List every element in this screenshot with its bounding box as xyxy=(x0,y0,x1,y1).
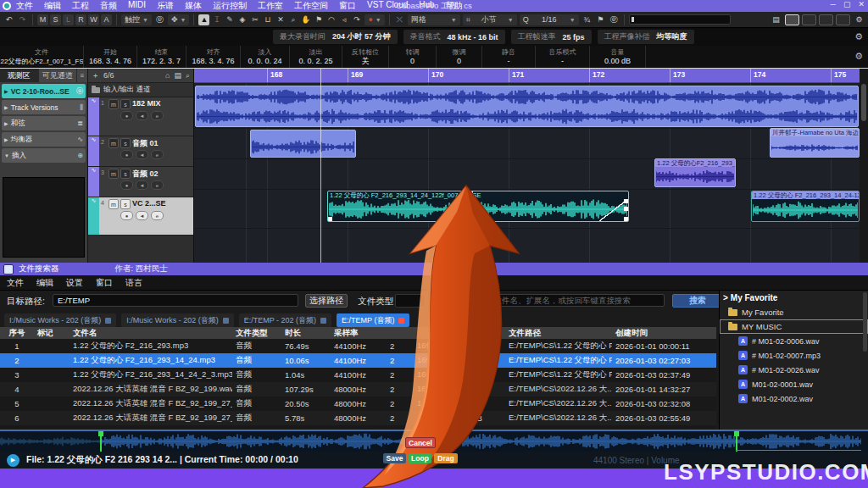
loop-button[interactable]: Loop xyxy=(409,453,431,463)
tab-close-icon[interactable] xyxy=(398,318,404,324)
menu-1[interactable]: 编辑 xyxy=(44,0,61,12)
audio-clip-track3[interactable]: 1.22 父母的心F2_216_293_1 xyxy=(654,158,736,187)
automation-mode-dropdown[interactable]: 触控▼ xyxy=(121,14,152,25)
tool-curve-icon[interactable]: ◠ xyxy=(326,14,337,25)
track-row-vc-2...se[interactable]: ∿4msVC 2...SE●◄e xyxy=(88,197,193,236)
inspector-track-header[interactable]: ▶ VC 2-10-Roo...SE ⓔ xyxy=(2,84,86,98)
track-row-182-mix[interactable]: ∿1ms182 MIX●◄e xyxy=(88,97,193,136)
toolbar-letter-a[interactable]: A xyxy=(101,14,112,25)
record-enable-icon[interactable]: ● xyxy=(120,211,133,220)
home-icon[interactable]: ⌂ xyxy=(165,71,170,80)
table-row[interactable]: 52022.12.26 大话英雄 混音 F BZ_92_199_27_4...音… xyxy=(0,396,716,411)
favorites-file[interactable]: AM01-02-0001.wav xyxy=(720,377,868,391)
edit-channel-icon[interactable]: e xyxy=(151,111,164,120)
track-row-音频-01[interactable]: ∿2ms音频 01●◄e xyxy=(88,136,193,167)
searcher-menu-3[interactable]: 窗口 xyxy=(96,277,113,289)
autoscroll-button[interactable]: ✥▼ xyxy=(168,14,189,25)
tab-visibility[interactable]: 可见通道 xyxy=(39,69,78,82)
menu-7[interactable]: 运行控制 xyxy=(213,0,247,12)
audio-clip-182mix[interactable] xyxy=(195,86,859,127)
menu-5[interactable]: 乐谱 xyxy=(157,0,174,12)
tool-erase-icon[interactable]: ◈ xyxy=(236,14,248,25)
mute-button[interactable]: m xyxy=(108,199,119,209)
project-playhead-cursor[interactable] xyxy=(320,69,321,263)
play-icon[interactable]: ▶ xyxy=(7,454,19,467)
monitor-icon[interactable]: ◄ xyxy=(136,111,148,120)
info-field-4[interactable]: 淡入0. 0. 0. 24 xyxy=(241,46,290,68)
table-row[interactable]: 31.22 父母的心 F2_216_293_14_24_2_3.mp3音频1.0… xyxy=(0,368,716,382)
track-row-音频-02[interactable]: ∿3ms音频 02●◄e xyxy=(88,167,193,197)
quantize-edit-icon[interactable]: ⓔ xyxy=(609,14,620,25)
inspector-section-2[interactable]: ▶均衡器∿ xyxy=(2,132,86,147)
favorites-folder[interactable]: MY MUSIC xyxy=(720,319,868,334)
solo-button[interactable]: s xyxy=(120,199,131,209)
record-enable-icon[interactable]: ● xyxy=(120,180,133,190)
info-field-1[interactable]: 开始168. 3. 4. 76 xyxy=(84,46,137,68)
info-field-10[interactable]: 音乐模式- xyxy=(536,46,590,68)
audio-clip-track2[interactable] xyxy=(250,130,356,158)
track-list-icon[interactable]: ▤ xyxy=(174,71,181,80)
favorites-header[interactable]: > My Favorite xyxy=(720,291,868,305)
tab-close-icon[interactable] xyxy=(223,318,229,324)
onscreen-keyboard-icon[interactable]: ▤ xyxy=(771,14,782,25)
marker-flag-icon[interactable]: ⚑ xyxy=(595,14,606,25)
searcher-menu-0[interactable]: 文件 xyxy=(7,277,24,289)
project-vertical-scrollbar[interactable] xyxy=(860,69,868,263)
redo-icon[interactable]: ↷ xyxy=(17,14,28,25)
inspector-section-0[interactable]: ▶Track Versions⫼ xyxy=(2,100,86,114)
solo-button[interactable]: s xyxy=(120,138,131,148)
menu-0[interactable]: 文件 xyxy=(16,0,33,12)
io-folder-row[interactable]: 输入/输出 通道 xyxy=(88,83,193,97)
tool-range-icon[interactable]: ⌶ xyxy=(211,14,222,25)
tab-inspector[interactable]: 观测区 xyxy=(0,69,39,82)
tool-mute-icon[interactable]: ✕ xyxy=(275,14,286,25)
toolbar-letter-m[interactable]: M xyxy=(37,14,48,25)
info-field-6[interactable]: 反转相位关 xyxy=(342,46,389,68)
lower-zone-toggle[interactable] xyxy=(802,14,816,25)
tab-close-icon[interactable] xyxy=(105,318,111,324)
favorites-file[interactable]: A# M01-02-0007.mp3 xyxy=(720,348,868,363)
info-field-2[interactable]: 结束172. 2. 3. 7 xyxy=(137,46,186,68)
table-row[interactable]: 62022.12.26 大话英雄 混音 F BZ_92_199_27_4...音… xyxy=(0,411,716,425)
cancel-button[interactable]: Cancel xyxy=(405,437,436,448)
edit-channel-icon[interactable]: e xyxy=(151,211,164,220)
favorites-folder[interactable]: My Favorite xyxy=(720,305,868,319)
clip-volume-handle[interactable] xyxy=(469,191,473,196)
tool-play-icon[interactable]: ◃ xyxy=(338,14,349,25)
info-field-9[interactable]: 静音- xyxy=(482,46,536,68)
menu-2[interactable]: 工程 xyxy=(72,0,89,12)
snap-type-dropdown[interactable]: 网格▼ xyxy=(408,14,460,25)
maximize-icon[interactable]: ▢ xyxy=(843,0,851,8)
mute-button[interactable]: m xyxy=(108,169,119,179)
save-button[interactable]: Save xyxy=(383,453,406,463)
searcher-menu-4[interactable]: 语言 xyxy=(125,277,142,289)
menu-9[interactable]: 工作空间 xyxy=(294,0,328,12)
table-row[interactable]: 21.22 父母的心 F2_216_293_14_24.mp3音频10.06s4… xyxy=(0,353,716,368)
toolbar-letter-l[interactable]: L xyxy=(63,14,74,25)
toolbar-setup-gear-icon[interactable]: ⚙ xyxy=(854,14,865,25)
clip-handle[interactable] xyxy=(624,217,628,221)
swing-icon[interactable]: ¾ xyxy=(581,14,593,25)
edit-channel-icon[interactable]: ⓔ xyxy=(76,86,83,96)
choose-path-button[interactable]: 选择路径 xyxy=(305,294,348,308)
record-enable-icon[interactable]: ● xyxy=(120,150,133,159)
audio-clip-selected[interactable]: 1.22 父母的心 F2_216_293_14_24_122f_007_1_FS… xyxy=(327,191,629,222)
color-tool-dropdown[interactable]: ●▼ xyxy=(364,14,384,25)
info-field-5[interactable]: 淡出0. 0. 2. 25 xyxy=(290,46,342,68)
favorites-file[interactable]: A# M01-02-0006.wav xyxy=(720,334,868,348)
result-tab-0[interactable]: I:/Music Works - 202 (音频) xyxy=(4,313,116,327)
close-icon[interactable]: ✕ xyxy=(858,0,865,8)
favorites-file[interactable]: AM01-02-0002.wav xyxy=(720,391,868,406)
timeline-ruler[interactable]: 168169170171172173174175 xyxy=(194,69,860,83)
tool-zoom-icon[interactable]: ⌕ xyxy=(287,14,298,25)
toolbar-letter-s[interactable]: S xyxy=(50,14,61,25)
menu-4[interactable]: MIDI xyxy=(128,0,146,12)
tool-timewarp-icon[interactable]: ⚑ xyxy=(313,14,324,25)
inspector-section-1[interactable]: ▶和弦≣ xyxy=(2,116,86,130)
search-button[interactable]: 搜索 xyxy=(672,294,723,308)
clip-handle[interactable] xyxy=(624,199,628,203)
toolbar-letter-w[interactable]: W xyxy=(88,14,99,25)
result-tab-2[interactable]: E:/TEMP - 202 (音频) xyxy=(239,313,331,327)
snap-icon[interactable]: ⤫ xyxy=(394,14,405,25)
audio-clip-track4-right[interactable]: 1.22 父母的心 F2_216_293_14_24-122f xyxy=(751,191,860,222)
